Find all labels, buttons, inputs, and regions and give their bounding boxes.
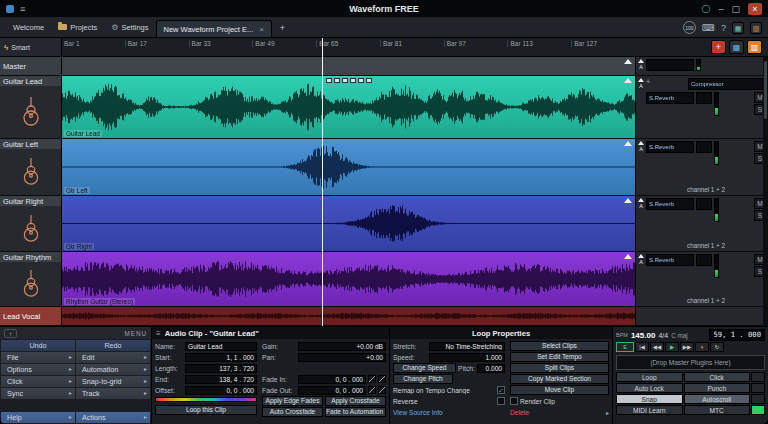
compressor-plugin[interactable]: Compressor (688, 78, 766, 90)
automation-button[interactable]: A (637, 78, 645, 89)
speed-field[interactable]: 1.000 (429, 353, 505, 362)
play-button[interactable]: ▶ (665, 342, 679, 352)
maximize-button[interactable]: ▢ (731, 4, 740, 14)
clip-name-field[interactable]: Guitar Lead (185, 342, 257, 351)
hamburger-icon[interactable]: ≡ (156, 329, 161, 338)
reverb-plugin[interactable]: S.Reverb (646, 92, 694, 104)
track-header[interactable]: Guitar Rhythm (0, 252, 62, 306)
audio-clip-guitar-lead[interactable]: Guitar Lead (62, 76, 635, 138)
fade-out-field[interactable]: 0, 0 . 000 (298, 386, 366, 395)
upload-icon[interactable]: ↑ (4, 329, 17, 338)
clip-tool-button[interactable]: ▥ (747, 40, 762, 54)
view-source-info-link[interactable]: View Source Info (393, 409, 505, 416)
pitch-field[interactable]: 0.000 (477, 364, 505, 373)
apply-crossfade-button[interactable]: Apply Crossfade (325, 396, 386, 406)
master-track-header[interactable]: Master (0, 57, 62, 75)
copy-marked-section-button[interactable]: Copy Marked Section (510, 374, 609, 384)
playhead[interactable] (322, 38, 323, 326)
bpm-value[interactable]: 145.00 (631, 331, 655, 340)
set-edit-tempo-button[interactable]: Set Edit Tempo (510, 352, 609, 362)
new-tab-button[interactable]: + (276, 22, 289, 35)
smart-tool-button[interactable]: ϟ Smart (0, 38, 62, 56)
reverse-checkbox[interactable] (497, 397, 505, 405)
menu-item-snap-to-grid[interactable]: Snap-to-grid▸ (76, 376, 150, 387)
bar-ruler[interactable]: Bar 1 Bar 17 Bar 33 Bar 49 Bar 65 Bar 81… (62, 38, 635, 56)
record-button[interactable]: ● (695, 342, 709, 352)
menu-item-options[interactable]: Options▸ (1, 364, 75, 375)
track-header[interactable]: Guitar Lead (0, 76, 62, 138)
clip-length-field[interactable]: 137, 3 . 720 (185, 364, 257, 373)
delete-button[interactable]: Delete (510, 409, 604, 416)
metronome-icon[interactable] (751, 372, 765, 382)
reverb-plugin[interactable]: S.Reverb (646, 141, 694, 153)
tab-settings[interactable]: ⚙Settings (104, 17, 155, 37)
keyboard-icon[interactable]: ⌨ (702, 23, 715, 33)
automation-button[interactable]: A (637, 141, 645, 152)
toggle-loop[interactable]: Loop (616, 372, 683, 382)
toggle-snap[interactable]: Snap (616, 394, 683, 404)
toggle-auto-lock[interactable]: Auto Lock (616, 383, 683, 393)
fade-out-shape-icon[interactable] (378, 386, 386, 394)
fade-out-shape-icon[interactable] (368, 386, 376, 394)
go-to-start-button[interactable]: |◀ (635, 342, 649, 352)
reverb-plugin[interactable]: S.Reverb (646, 254, 694, 266)
undo-button[interactable]: Undo (1, 340, 75, 351)
timecode-display[interactable]: 59, 1 . 000 (709, 329, 765, 341)
fade-to-automation-select[interactable]: Fade to Automation▾ (325, 407, 386, 417)
remap-checkbox[interactable]: ✓ (497, 386, 505, 394)
mixer-view-icon[interactable]: ▦ (732, 22, 744, 34)
track-header[interactable]: Guitar Left (0, 139, 62, 195)
pan-field[interactable]: +0.00 (298, 353, 386, 362)
pan-knob[interactable] (696, 141, 712, 153)
menu-item-actions[interactable]: Actions▸ (76, 412, 150, 423)
fade-in-shape-icon[interactable] (368, 375, 376, 383)
audio-clip-gtr-left[interactable]: Gtr Left (62, 139, 635, 195)
toggle-click[interactable]: Click (684, 372, 751, 382)
time-signature[interactable]: 4/4 (658, 332, 668, 339)
fold-arrow-icon[interactable] (624, 254, 632, 259)
automation-read-button[interactable]: E (616, 342, 634, 352)
change-speed-button[interactable]: Change Speed (393, 363, 456, 373)
loop-this-clip-button[interactable]: Loop this Clip (155, 405, 257, 415)
split-clips-button[interactable]: Split Clips (510, 363, 609, 373)
clip-toolbar-icons[interactable] (326, 78, 372, 83)
master-plugin-drop-zone[interactable]: (Drop Master Plugins Here) (616, 355, 765, 370)
rewind-button[interactable]: ◀◀ (650, 342, 664, 352)
vertical-scrollbar[interactable] (763, 57, 768, 326)
track-header[interactable]: Guitar Right (0, 196, 62, 251)
menu-item-automation[interactable]: Automation▸ (76, 364, 150, 375)
menu-item-edit[interactable]: Edit▸ (76, 352, 150, 363)
automation-button[interactable]: A (637, 198, 645, 209)
loop-button-icon[interactable]: ↻ (710, 342, 724, 352)
close-button[interactable]: × (748, 3, 762, 15)
punch-icon[interactable] (751, 383, 765, 393)
clip-color-picker[interactable] (155, 397, 257, 402)
pan-knob[interactable] (696, 198, 712, 210)
track-header[interactable]: Lead Vocal (0, 307, 62, 325)
browser-view-icon[interactable]: ▥ (750, 22, 762, 34)
toggle-midi-learn[interactable]: MIDI Learn (616, 405, 683, 415)
fade-in-shape-icon[interactable] (378, 375, 386, 383)
fold-arrow-icon[interactable] (624, 59, 632, 64)
add-plugin-icon[interactable]: + (646, 78, 650, 85)
stretch-select[interactable]: No Time-Stretching (429, 342, 505, 351)
tab-project[interactable]: New Waveform Project E...× (156, 20, 272, 37)
gain-field[interactable]: +0.00 dB (298, 342, 386, 351)
clip-offset-field[interactable]: 0, 0 . 000 (185, 386, 257, 395)
apply-edge-fades-button[interactable]: Apply Edge Fades (262, 396, 323, 406)
menu-item-click[interactable]: Click▸ (1, 376, 75, 387)
menu-item-track[interactable]: Track▸ (76, 388, 150, 399)
auto-crossfade-button[interactable]: Auto Crossfade (262, 407, 323, 417)
window-menu-icon[interactable]: ≡ (20, 4, 25, 14)
select-clips-button[interactable]: Select Clips (510, 341, 609, 351)
fast-forward-button[interactable]: ▶▶ (680, 342, 694, 352)
toggle-mtc[interactable]: MTC (684, 405, 751, 415)
master-plugin-slot[interactable] (646, 59, 694, 71)
menu-item-help[interactable]: Help▸ (1, 412, 75, 423)
tab-projects[interactable]: Projects (51, 17, 104, 37)
clip-start-field[interactable]: 1, 1 . 000 (185, 353, 257, 362)
pan-knob[interactable] (696, 92, 712, 104)
audio-clip-gtr-right[interactable]: Gtr Right (62, 196, 635, 251)
add-track-button[interactable]: + (711, 40, 726, 54)
pan-knob[interactable] (696, 254, 712, 266)
